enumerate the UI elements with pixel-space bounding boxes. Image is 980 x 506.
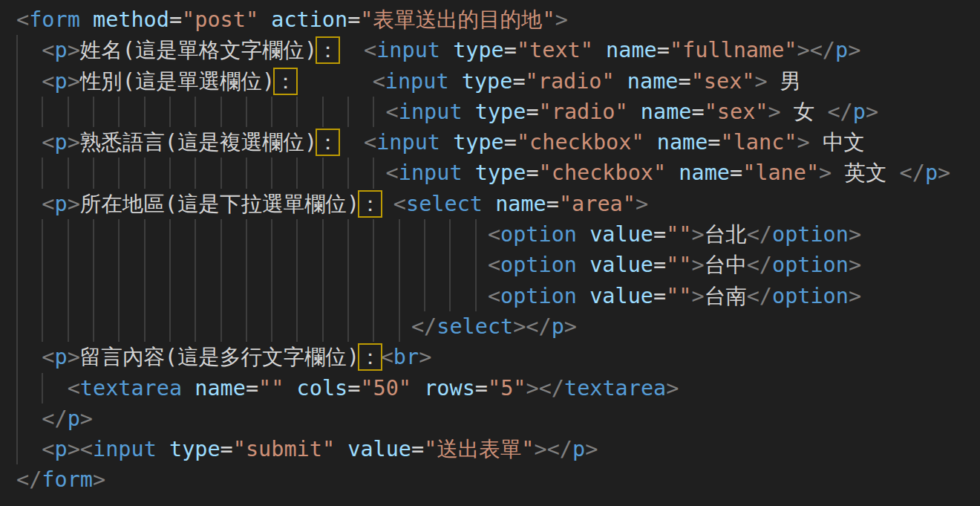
ambiguous-character-highlight: ：: [317, 38, 339, 62]
token-plain-text: 女: [781, 100, 828, 124]
code-line-7[interactable]: <p>所在地區(這是下拉選單欄位)： <select name="area">: [16, 189, 980, 219]
token-punctuation: >: [797, 130, 809, 155]
token-tag-name: textarea: [564, 376, 666, 400]
token-equals: =: [347, 7, 360, 32]
token-attribute-value: "fullname": [670, 38, 797, 62]
code-line-16[interactable]: </form>: [16, 464, 980, 495]
token-tag-name: option: [772, 284, 849, 308]
token-equals: =: [512, 69, 525, 94]
token-punctuation: <: [364, 38, 376, 62]
token-attribute-value: "": [666, 253, 691, 277]
token-punctuation: >: [585, 437, 598, 461]
token-attribute-name: type: [462, 69, 513, 94]
code-line-6[interactable]: <input type="checkbox" name="lane"> 英文 <…: [16, 158, 980, 188]
token-tag-name: form: [29, 7, 80, 32]
token-punctuation: >: [849, 284, 861, 308]
token-plain-text: 所在地區(這是下拉選單欄位): [80, 192, 359, 216]
ambiguous-character-highlight: ：: [359, 345, 381, 369]
token-equals: =: [526, 160, 538, 185]
token-tag-name: option: [500, 284, 577, 308]
token-punctuation: </: [16, 467, 42, 492]
ambiguous-character-highlight: ：: [317, 130, 339, 155]
code-line-11[interactable]: </select></p>: [16, 311, 980, 342]
token-punctuation: >: [80, 406, 93, 431]
token-punctuation: <: [42, 130, 54, 155]
token-attribute-name: type: [169, 437, 220, 461]
code-line-15[interactable]: <p><input type="submit" value="送出表單"></p…: [16, 434, 980, 464]
token-punctuation: >: [754, 69, 767, 94]
token-equals: =: [653, 253, 666, 277]
token-whitespace: [296, 69, 373, 94]
token-tag-name: p: [55, 192, 68, 216]
token-tag-name: input: [399, 160, 463, 185]
token-whitespace: [16, 69, 42, 94]
token-attribute-name: name: [679, 160, 730, 185]
token-whitespace: [339, 38, 364, 62]
code-line-8[interactable]: <option value="">台北</option>: [16, 219, 980, 250]
token-whitespace: [644, 130, 657, 155]
token-attribute-value: "radio": [539, 100, 628, 124]
token-whitespace: [16, 130, 42, 155]
token-whitespace: [182, 376, 195, 400]
token-tag-name: p: [55, 69, 68, 94]
token-tag-name: input: [93, 437, 157, 461]
token-tag-name: p: [55, 437, 68, 461]
token-punctuation: >: [848, 38, 860, 62]
token-attribute-name: method: [93, 7, 169, 32]
token-whitespace: [16, 160, 386, 185]
token-attribute-value: "area": [559, 192, 636, 216]
token-equals: =: [730, 160, 742, 185]
token-equals: =: [504, 130, 517, 155]
token-punctuation: ></: [513, 314, 551, 339]
token-attribute-value: "lane": [742, 160, 819, 185]
token-tag-name: p: [835, 38, 848, 62]
token-punctuation: <: [488, 222, 500, 247]
code-line-3[interactable]: <p>性別(這是單選欄位)： <input type="radio" name=…: [16, 66, 980, 97]
token-punctuation: >: [419, 345, 431, 369]
token-attribute-name: name: [195, 376, 246, 400]
code-line-2[interactable]: <p>姓名(這是單格文字欄位)： <input type="text" name…: [16, 35, 980, 65]
token-whitespace: [411, 376, 424, 400]
token-attribute-name: cols: [297, 376, 348, 400]
token-punctuation: >: [691, 222, 704, 247]
token-attribute-value: "sex": [691, 69, 755, 94]
token-whitespace: [463, 160, 475, 185]
token-plain-text: 台南: [705, 284, 747, 308]
code-editor[interactable]: <form method="post" action="表單送出的目的地"> <…: [0, 0, 980, 506]
token-punctuation: <: [42, 437, 54, 461]
token-punctuation: <: [381, 345, 393, 369]
token-punctuation: </: [747, 284, 772, 308]
token-punctuation: </: [900, 160, 925, 185]
token-whitespace: [16, 284, 488, 308]
token-whitespace: [666, 160, 679, 185]
token-punctuation: >: [819, 160, 832, 185]
code-line-5[interactable]: <p>熟悉語言(這是複選欄位)： <input type="checkbox" …: [16, 127, 980, 158]
code-line-9[interactable]: <option value="">台中</option>: [16, 250, 980, 280]
token-punctuation: <: [386, 160, 399, 185]
token-whitespace: [157, 437, 169, 461]
code-line-12[interactable]: <p>留言內容(這是多行文字欄位)：<br>: [16, 342, 980, 372]
code-line-13[interactable]: <textarea name="" cols="50" rows="5"></t…: [16, 373, 980, 403]
code-line-4[interactable]: <input type="radio" name="sex"> 女 </p>: [16, 97, 980, 127]
token-equals: =: [246, 376, 258, 400]
token-whitespace: [483, 192, 495, 216]
token-punctuation: <: [386, 100, 399, 124]
token-attribute-value: "": [666, 222, 691, 247]
token-tag-name: p: [55, 345, 68, 369]
token-punctuation: </: [747, 253, 772, 277]
token-equals: =: [679, 69, 691, 94]
token-tag-name: p: [853, 100, 866, 124]
token-attribute-name: name: [641, 100, 692, 124]
token-punctuation: >: [849, 222, 861, 247]
code-line-1[interactable]: <form method="post" action="表單送出的目的地">: [16, 4, 980, 35]
token-attribute-value: "送出表單": [424, 437, 534, 461]
ambiguous-character-highlight: ：: [359, 192, 381, 216]
token-whitespace: [440, 130, 453, 155]
token-tag-name: input: [376, 130, 440, 155]
token-whitespace: [16, 100, 386, 124]
code-line-10[interactable]: <option value="">台南</option>: [16, 281, 980, 311]
code-line-14[interactable]: </p>: [16, 403, 980, 434]
token-punctuation: >: [564, 314, 577, 339]
token-punctuation: >: [938, 160, 950, 185]
token-tag-name: br: [393, 345, 419, 369]
